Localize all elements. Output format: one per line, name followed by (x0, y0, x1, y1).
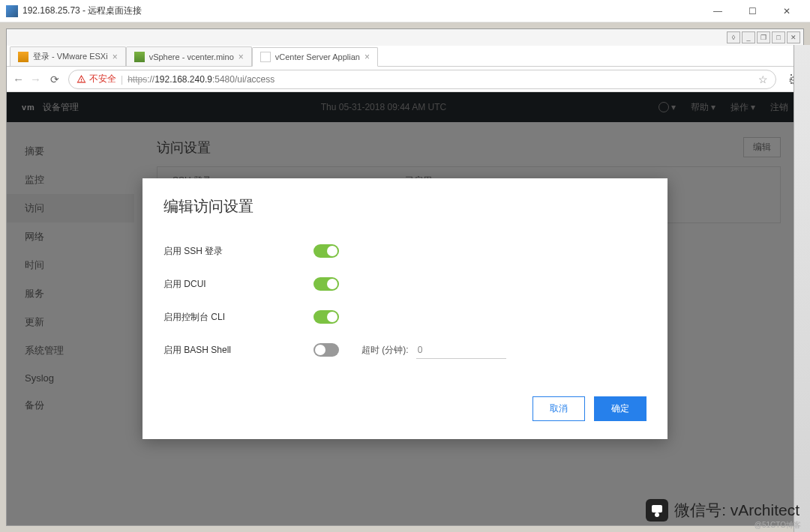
timeout-label: 超时 (分钟): (362, 344, 409, 357)
bookmark-star-icon[interactable]: ☆ (758, 73, 768, 85)
cancel-button[interactable]: 取消 (532, 396, 585, 421)
tab-esxi[interactable]: 登录 - VMware ESXi × (10, 46, 126, 66)
tab-close-icon[interactable]: × (112, 52, 118, 62)
toggle-label: 启用 SSH 登录 (164, 245, 314, 258)
modal-row: 启用 BASH Shell超时 (分钟): (164, 333, 646, 366)
tab-close-icon[interactable]: × (364, 52, 370, 62)
reload-button[interactable]: ⟳ (50, 73, 59, 85)
modal-overlay: 编辑访问设置 启用 SSH 登录启用 DCUI启用控制台 CLI启用 BASH … (7, 92, 803, 525)
tab-label: 登录 - VMware ESXi (33, 51, 108, 62)
toggle-label: 启用 DCUI (164, 278, 314, 291)
watermark: 微信号: vArchitect (646, 499, 800, 522)
toggle-label: 启用控制台 CLI (164, 311, 314, 324)
browser-tabs: 登录 - VMware ESXi × vSphere - vcenter.min… (7, 46, 803, 67)
minimize-button[interactable]: — (700, 0, 735, 22)
corner-watermark: @51CTO博客 (754, 520, 801, 531)
tab-label: vSphere - vcenter.mino (149, 52, 234, 61)
address-bar-row: ← → ⟳ 不安全 | https://192.168.240.9:5480/u… (7, 67, 803, 92)
inner-restore[interactable]: ❐ (757, 31, 770, 43)
edit-access-modal: 编辑访问设置 启用 SSH 登录启用 DCUI启用控制台 CLI启用 BASH … (142, 178, 668, 439)
inner-maximize[interactable]: □ (772, 31, 785, 43)
wechat-icon (646, 499, 668, 522)
timeout-input[interactable] (416, 342, 506, 359)
inner-close[interactable]: ✕ (787, 31, 800, 43)
toggle-switch[interactable] (314, 343, 339, 357)
modal-body: 启用 SSH 登录启用 DCUI启用控制台 CLI启用 BASH Shell超时… (142, 232, 668, 381)
close-button[interactable]: ✕ (770, 0, 804, 22)
toggle-label: 启用 BASH Shell (164, 344, 314, 357)
inner-user-icon[interactable]: ◊ (727, 31, 740, 43)
warning-icon (76, 74, 86, 84)
right-dock-panel[interactable] (794, 45, 810, 532)
window-titlebar: 192.168.25.73 - 远程桌面连接 — ☐ ✕ (0, 0, 810, 22)
forward-button[interactable]: → (30, 73, 41, 85)
favicon-icon (18, 52, 28, 62)
browser-window: ◊ _ ❐ □ ✕ ⚙ 登录 - VMware ESXi × vSphere -… (6, 28, 804, 526)
favicon-icon (134, 52, 145, 62)
tab-vcenter[interactable]: vCenter Server Applian × (252, 47, 378, 67)
toggle-switch[interactable] (314, 277, 339, 291)
tab-close-icon[interactable]: × (238, 52, 244, 62)
ok-button[interactable]: 确定 (594, 396, 646, 421)
modal-row: 启用 DCUI (164, 267, 646, 300)
tab-label: vCenter Server Applian (275, 52, 360, 61)
url-separator: | (121, 74, 123, 85)
url-input[interactable]: 不安全 | https://192.168.240.9:5480/ui/acce… (68, 70, 776, 89)
tab-vsphere[interactable]: vSphere - vcenter.mino × (126, 46, 252, 66)
toggle-switch[interactable] (314, 310, 339, 324)
url-text: https://192.168.240.9:5480/ui/access (128, 74, 274, 85)
favicon-icon (260, 52, 271, 62)
rdp-icon (6, 5, 18, 17)
inner-window-controls: ◊ _ ❐ □ ✕ (7, 29, 803, 46)
maximize-button[interactable]: ☐ (735, 0, 770, 22)
app-viewport: vm 设备管理 Thu 05-31-2018 09:44 AM UTC ▾ 帮助… (7, 92, 803, 525)
back-button[interactable]: ← (13, 73, 24, 85)
modal-footer: 取消 确定 (142, 381, 668, 439)
rdp-body: ◊ _ ❐ □ ✕ ⚙ 登录 - VMware ESXi × vSphere -… (0, 22, 810, 532)
modal-row: 启用 SSH 登录 (164, 235, 646, 267)
modal-title: 编辑访问设置 (142, 178, 668, 232)
toggle-switch[interactable] (314, 244, 339, 258)
modal-row: 启用控制台 CLI (164, 300, 646, 333)
inner-minimize[interactable]: _ (742, 31, 755, 43)
insecure-badge: 不安全 (76, 73, 116, 85)
window-title: 192.168.25.73 - 远程桌面连接 (22, 4, 700, 17)
